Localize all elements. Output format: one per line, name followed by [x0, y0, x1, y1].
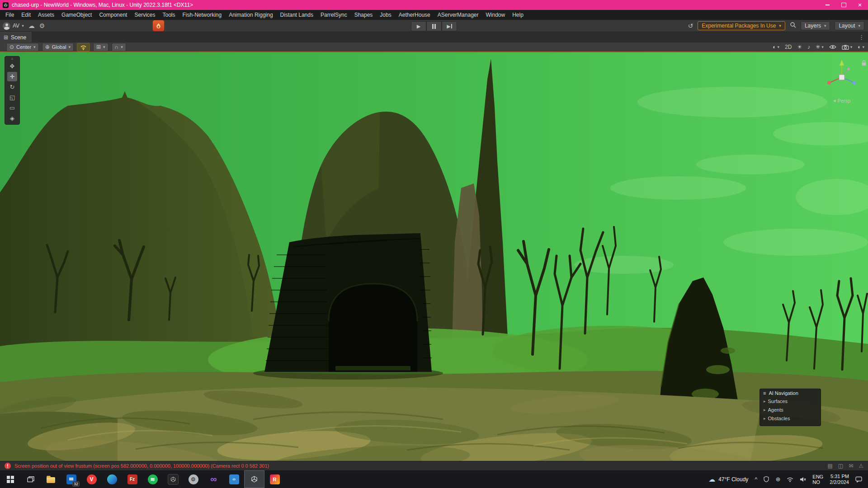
play-icon: ▶	[417, 23, 420, 29]
shaded-sphere-icon: ◐	[773, 44, 776, 50]
rider-button[interactable]: R	[264, 470, 285, 488]
menu-item-gameobject[interactable]: GameObject	[58, 10, 95, 20]
menu-item-aetherhouse[interactable]: AetherHouse	[395, 10, 434, 20]
vscode-button[interactable]: ‹›	[224, 470, 244, 488]
network-globe-icon[interactable]: ⊕	[775, 476, 780, 483]
status-icon-layout[interactable]: ◫	[838, 463, 843, 469]
account-dropdown[interactable]: AV ▾	[3, 22, 24, 30]
console-error-message[interactable]: Screen position out of view frustum (scr…	[14, 463, 269, 469]
effects-dropdown[interactable]: ✳ ▾	[816, 44, 824, 50]
step-button[interactable]: ▶	[442, 21, 457, 31]
search-icon[interactable]	[790, 22, 796, 30]
progrids-toggle-button[interactable]	[77, 43, 90, 52]
pivot-mode-dropdown[interactable]: ⊙ Center ▾	[6, 43, 39, 52]
scale-tool-button[interactable]: ◱	[7, 93, 17, 102]
foldout-icon: ▸	[764, 397, 766, 406]
hot-reload-button[interactable]	[153, 20, 164, 31]
menu-item-services[interactable]: Services	[131, 10, 159, 20]
menu-item-help[interactable]: Help	[509, 10, 527, 20]
draw-mode-dropdown[interactable]: ◐ ▾	[773, 44, 779, 50]
transform-tool-button[interactable]: ◈	[7, 113, 17, 123]
cloud-services-icon[interactable]: ☁	[28, 23, 35, 29]
menu-item-parrelsync[interactable]: ParrelSync	[317, 10, 351, 20]
menu-item-jobs[interactable]: Jobs	[376, 10, 395, 20]
visual-studio-button[interactable]: ∞	[203, 470, 224, 488]
language-indicator[interactable]: ENG NO	[812, 474, 823, 485]
wifi-icon[interactable]	[787, 477, 793, 482]
orientation-gizmo[interactable]: ◂ Persp	[821, 56, 863, 103]
weather-cloud-icon: ☁	[708, 475, 715, 483]
minimize-button[interactable]	[819, 0, 835, 10]
menu-item-assets[interactable]: Assets	[34, 10, 58, 20]
experimental-packages-dropdown[interactable]: Experimental Packages In Use ▾	[698, 21, 785, 30]
move-tool-button[interactable]: ✛	[7, 72, 17, 81]
pane-menu-kebab-icon[interactable]: ⋮	[855, 34, 868, 41]
scale-icon: ◱	[9, 94, 15, 101]
tray-chevron-up[interactable]: ^	[755, 476, 757, 483]
weather-widget[interactable]: ☁ 47°F Cloudy	[708, 475, 748, 483]
unity-hub-button[interactable]	[163, 470, 183, 488]
menu-item-shapes[interactable]: Shapes	[351, 10, 377, 20]
palette-grip-icon[interactable]: ≡	[11, 57, 14, 61]
menu-item-component[interactable]: Component	[95, 10, 131, 20]
ai-nav-obstacles-foldout[interactable]: ▸ Obstacles	[763, 414, 817, 423]
undo-history-icon[interactable]: ↺	[688, 23, 693, 29]
filezilla-button[interactable]: Fz	[122, 470, 142, 488]
menu-item-animation-rigging[interactable]: Animation Rigging	[225, 10, 276, 20]
menu-item-edit[interactable]: Edit	[18, 10, 34, 20]
menu-item-fish-networking[interactable]: Fish-Networking	[179, 10, 225, 20]
scene-lighting-toggle[interactable]: ☀	[797, 44, 802, 50]
spotify-button[interactable]: ≋	[142, 470, 163, 488]
grid-visibility-dropdown[interactable]: ⊞ ▾	[93, 43, 108, 52]
rotate-tool-button[interactable]: ↻	[7, 82, 17, 92]
status-icon-messages[interactable]: ✉	[849, 463, 853, 469]
orientation-dropdown[interactable]: ⊕ Global ▾	[42, 43, 74, 52]
grid-tab-icon: ⊞	[4, 35, 8, 40]
move-icon: ✛	[10, 73, 15, 80]
layers-dropdown[interactable]: Layers ▾	[801, 21, 830, 30]
scene-viewport[interactable]: ≡ ✥ ✛ ↻ ◱ ▭ ◈ ◂ Persp	[0, 52, 868, 461]
menu-item-distant-lands[interactable]: Distant Lands	[277, 10, 317, 20]
menu-item-file[interactable]: File	[2, 10, 18, 20]
snap-settings-dropdown[interactable]: ∩ ▾	[112, 43, 126, 52]
ai-nav-surfaces-foldout[interactable]: ▸ Surfaces	[763, 397, 817, 406]
camera-settings-dropdown[interactable]: ▾	[842, 45, 853, 50]
hidden-objects-toggle[interactable]	[829, 45, 836, 49]
start-button[interactable]	[0, 470, 20, 488]
task-view-button[interactable]	[20, 470, 41, 488]
close-button[interactable]: ✕	[852, 0, 868, 10]
settings-gear-icon[interactable]: ⚙	[39, 23, 45, 29]
2d-toggle-button[interactable]: 2D	[785, 44, 792, 50]
play-button[interactable]: ▶	[411, 21, 426, 31]
axis-gizmo-icon[interactable]	[821, 56, 863, 98]
file-explorer-button[interactable]	[41, 470, 61, 488]
unity-editor-button[interactable]	[244, 470, 264, 488]
gizmos-dropdown[interactable]: ◐ ▾	[858, 44, 864, 50]
menu-item-aservermanager[interactable]: AServerManager	[434, 10, 482, 20]
perspective-toggle[interactable]: ◂ Persp	[821, 98, 863, 103]
menu-item-window[interactable]: Window	[482, 10, 509, 20]
scene-3d-view[interactable]	[0, 52, 868, 461]
lock-icon[interactable]	[861, 60, 867, 68]
speaker-muted-icon[interactable]	[800, 477, 806, 482]
notification-center-icon[interactable]	[855, 476, 863, 483]
pause-button[interactable]	[426, 21, 442, 31]
tab-scene[interactable]: ⊞ Scene	[0, 32, 32, 43]
edge-browser-button[interactable]	[102, 470, 122, 488]
ai-nav-agents-foldout[interactable]: ▸ Agents	[763, 406, 817, 414]
vivaldi-button[interactable]: V	[81, 470, 102, 488]
status-icon-warnings[interactable]: ⚠	[859, 463, 863, 469]
outlook-button[interactable]: ✉ 32	[61, 470, 81, 488]
taskbar-clock[interactable]: 5:31 PM 2/2/2024	[830, 474, 849, 485]
hand-icon: ✥	[10, 63, 15, 70]
view-hand-tool-button[interactable]: ✥	[7, 61, 17, 71]
layout-dropdown[interactable]: Layout ▾	[835, 21, 864, 30]
status-icon-activity[interactable]: ▤	[827, 463, 832, 469]
menu-item-tools[interactable]: Tools	[159, 10, 179, 20]
shield-icon[interactable]	[764, 476, 769, 482]
rect-tool-button[interactable]: ▭	[7, 103, 17, 113]
utility-app-button[interactable]: ⚙	[183, 470, 203, 488]
drag-handle-icon[interactable]: ≡	[763, 390, 766, 396]
scene-audio-toggle[interactable]: ♪	[807, 44, 810, 50]
maximize-button[interactable]	[835, 0, 852, 10]
